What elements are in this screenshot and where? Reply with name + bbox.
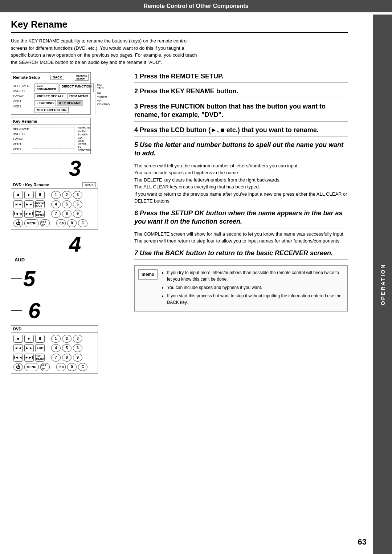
right-tvcontrol: TVCONTROL [97,100,112,106]
step-5-item: 5 Use the letter and number buttons to s… [134,141,348,205]
btn-2: 2 [62,191,72,199]
func-power-btn: ⏻ [13,363,23,371]
dvd-key-rename-screen: DVD : Key Rename BACK ■ ► II 1 2 3 [11,181,98,230]
dvd-func-row-3: I◄◄ ►►I TOPMENU 7 8 9 [13,354,95,362]
remote-setup-title: Remote Setup [13,75,40,80]
remote-setup-screen: Remote Setup BACK REMOTESETUP RECEIVER D… [11,72,91,115]
remote-setup-title-bar: Remote Setup BACK REMOTESETUP [11,73,90,82]
func-pause-btn: II [35,335,45,343]
btn-8: 8 [62,210,72,218]
prev-btn: I◄◄ [13,210,23,218]
left-item-vcr2: VCR2 [13,104,31,109]
remote-setup-icon: REMOTESETUP [75,74,89,81]
func-top-menu-btn: TOPMENU [35,354,45,362]
remote-right-items: MD/TAPE CD TUNER TVCONTROL [95,82,113,114]
rc-row-4: MULTI OPERATION [34,107,94,113]
key-rename-screen: Key Rename RECEIVER DVD/LD TV/SAT VCR1 V… [11,118,91,154]
right-mdtape: MD/TAPE [97,83,112,90]
right-tuner: TUNER [97,95,112,99]
pause-btn: II [35,191,45,199]
func-btn-c: C [78,363,87,371]
dvd-func-keypad: ■ ► II 1 2 3 ◄◄ ►► AUD [11,333,98,373]
search-mode-btn: SEARCHMODE [35,200,45,208]
left-item-vcr1: VCR1 [13,99,31,104]
func-prev-btn: I◄◄ [13,354,23,362]
func-btn-9: 9 [73,354,82,362]
func-aud-btn: AUD [35,344,45,352]
dvd-func-row-4: ⏻ MENU SET UP +10 0 C [13,363,95,371]
right-steps-col: 1 Press the REMOTE SETUP. 2 Press the KE… [134,72,348,374]
left-item-dvdld: DVD/LD [13,89,31,94]
func-rew-btn: ◄◄ [13,344,23,352]
step-6-item: 6 Press the SETUP OK button when the nam… [134,209,348,245]
btn-3: 3 [73,191,82,199]
top-menu-btn: TOPMENU [35,210,45,218]
step-3-number: 3 [69,158,127,179]
intro-text: Use the KEY RENAME capability to rename … [11,37,200,66]
btn-6: 6 [73,200,82,208]
left-item-receiver: RECEIVER [13,83,31,89]
dvd-row-2: ◄◄ ►► SEARCHMODE 4 5 6 [13,200,95,208]
kr-body: RECEIVER DVD/LD TV/SAT VCR1 VCR2 REMOTES… [11,125,90,154]
page: Remote Control of Other Components OPERA… [0,0,392,554]
rc-row-3: LEARNING KEY RENAME [34,100,94,106]
lcd-commander-btn: LCDCOMMANDER [34,83,58,92]
memo-list: If you try to input more letters/numbers… [162,269,344,306]
rew-btn: ◄◄ [13,200,23,208]
learning-btn: LEARNING [34,100,56,106]
dvd-row-4: ⏻ MENU SET UP +10 0 C [13,219,95,227]
btn-1: 1 [51,191,61,199]
func-btn-0: 0 [67,363,77,371]
btn-5: 5 [62,200,72,208]
step-56-block: 5 6 [11,268,127,322]
direct-function-btn: DIRECT FUNCTION [60,83,94,92]
step-6-line: 6 [11,300,40,322]
step-7-heading: 7 Use the BACK button to return to the b… [134,249,348,260]
step-6-body: The COMPLETE screen will show for half a… [134,231,348,245]
step-2-item: 2 Press the KEY RENAME button. [134,87,348,98]
dvd-keypad: ■ ► II 1 2 3 ◄◄ ►► SEARCHMODE [11,189,98,229]
func-btn-7: 7 [51,354,61,362]
multi-operation-btn: MULTI OPERATION [34,107,69,113]
kr-right: REMOTESETUP TUNER CD LINELEVEL TVCONTROL [76,125,90,154]
next-btn: ►►I [24,210,34,218]
func-menu-btn: MENU [24,363,39,371]
left-item-tvsat: TV/SAT [13,94,31,99]
func-stop-btn: ■ [13,335,23,343]
step-3-heading: 3 Press the FUNCTION button that has the… [134,102,348,122]
func-play-btn: ► [24,335,34,343]
rc-row-1: LCDCOMMANDER DIRECT FUNCTION [34,83,94,92]
preset-recall-btn: PRESET RECALL [34,93,66,99]
play-btn: ► [24,191,34,199]
btn-0: 0 [67,219,77,227]
dvd-func-row-2: ◄◄ ►► AUD 4 5 6 [13,344,95,352]
btn-9: 9 [73,210,82,218]
dvd-func-title: DVD [11,326,98,333]
func-btn-6: 6 [73,344,82,352]
right-cd: CD [97,91,112,94]
remote-setup-body: RECEIVER DVD/LD TV/SAT VCR1 VCR2 LCDCOMM… [11,82,90,114]
func-next-btn: ►►I [24,354,34,362]
stop-btn: ■ [13,191,23,199]
memo-item-3: If you start this process but want to st… [167,293,344,306]
dvd-func-screen: DVD ■ ► II 1 2 3 [11,325,98,374]
left-diagrams-col: Remote Setup BACK REMOTESETUP RECEIVER D… [11,72,127,374]
func-btn-8: 8 [62,354,72,362]
step-4-heading: 4 Press the LCD button (►, ■ etc.) that … [134,126,348,137]
step-6-heading: 6 Press the SETUP OK button when the nam… [134,209,348,228]
btn-4: 4 [51,200,61,208]
kr-center [31,125,76,154]
page-title: Key Rename [11,19,348,33]
sidebar-label: OPERATION [380,263,386,305]
operation-sidebar: OPERATION [373,15,392,554]
dvd-kr-title: DVD : Key Rename [13,183,49,187]
page-number: 63 [358,537,367,547]
kr-left: RECEIVER DVD/LD TV/SAT VCR1 VCR2 [11,125,31,154]
step-2-heading: 2 Press the KEY RENAME button. [134,87,348,98]
main-content: Key Rename Use the KEY RENAME capability… [0,12,373,381]
step-1-heading: 1 Press the REMOTE SETUP. [134,72,348,83]
step-5-line: 5 [11,268,40,290]
memo-item-1: If you try to input more letters/numbers… [167,269,344,282]
func-btn-5: 5 [62,344,72,352]
func-btn-1: 1 [51,335,61,343]
